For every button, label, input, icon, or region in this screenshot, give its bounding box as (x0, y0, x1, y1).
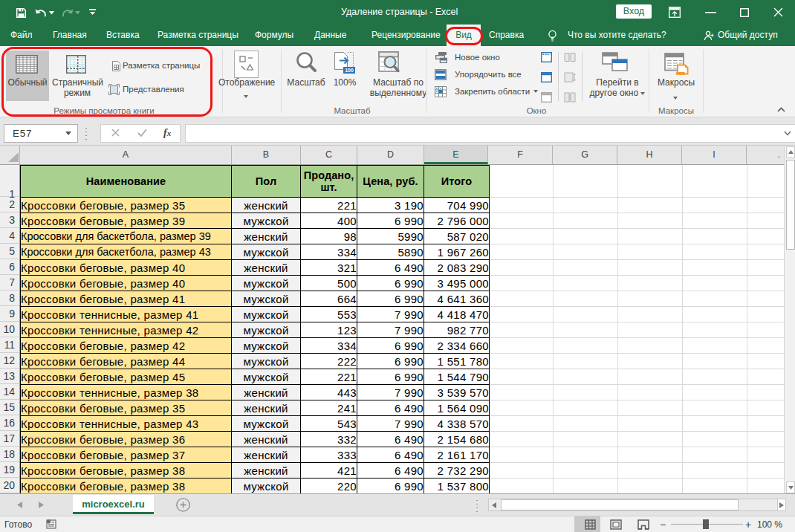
svg-text:100: 100 (345, 68, 354, 73)
